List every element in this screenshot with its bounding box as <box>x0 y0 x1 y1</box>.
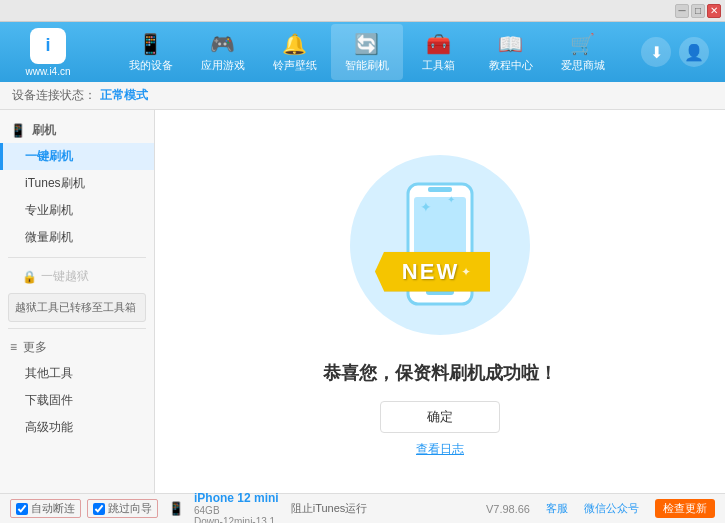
stop-itunes-label: 阻止iTunes运行 <box>291 501 368 516</box>
header: i www.i4.cn 📱 我的设备 🎮 应用游戏 🔔 铃声壁纸 🔄 智能刷机 … <box>0 22 725 82</box>
bottom-right: V7.98.66 客服 微信公众号 检查更新 <box>486 499 715 518</box>
sidebar-disabled-jailbreak: 🔒 一键越狱 <box>0 264 154 289</box>
lock-icon: 🔒 <box>22 270 37 284</box>
status-value: 正常模式 <box>100 87 148 104</box>
sidebar-item-other-tools[interactable]: 其他工具 <box>0 360 154 387</box>
maximize-button[interactable]: □ <box>691 4 705 18</box>
sidebar-more-section: ≡ 更多 <box>0 335 154 360</box>
auto-disconnect-checkbox[interactable] <box>16 503 28 515</box>
sidebar-item-one-key-flash[interactable]: 一键刷机 <box>0 143 154 170</box>
nav-tutorial-label: 教程中心 <box>489 58 533 73</box>
bottom-left: 自动断连 跳过向导 📱 iPhone 12 mini 64GB Down-12m… <box>10 491 486 524</box>
sidebar-section-flash-label: 刷机 <box>32 122 56 139</box>
sidebar-divider-1 <box>8 257 146 258</box>
nav-toolbox[interactable]: 🧰 工具箱 <box>403 24 475 80</box>
new-badge-text: NEW <box>392 259 459 285</box>
tutorial-icon: 📖 <box>498 32 523 56</box>
toolbox-icon: 🧰 <box>426 32 451 56</box>
device-section: iPhone 12 mini 64GB Down-12mini-13,1 <box>194 491 279 524</box>
apps-games-icon: 🎮 <box>210 32 235 56</box>
sidebar-item-pro-flash[interactable]: 专业刷机 <box>0 197 154 224</box>
new-badge: NEW ✦ <box>375 252 490 292</box>
illustration: ✦ ✦ ✦ NEW ✦ <box>340 145 540 345</box>
shop-icon: 🛒 <box>570 32 595 56</box>
success-title: 恭喜您，保资料刷机成功啦！ <box>323 361 557 385</box>
nav-apps-games-label: 应用游戏 <box>201 58 245 73</box>
sidebar-item-micro-flash[interactable]: 微量刷机 <box>0 224 154 251</box>
nav-ringtone[interactable]: 🔔 铃声壁纸 <box>259 24 331 80</box>
nav-ringtone-label: 铃声壁纸 <box>273 58 317 73</box>
logo-area: i www.i4.cn <box>8 28 88 77</box>
update-button[interactable]: 检查更新 <box>655 499 715 518</box>
nav-shop[interactable]: 🛒 爱思商城 <box>547 24 619 80</box>
sidebar-divider-2 <box>8 328 146 329</box>
phone-circle: ✦ ✦ ✦ NEW ✦ <box>350 155 530 335</box>
sidebar-item-advanced[interactable]: 高级功能 <box>0 414 154 441</box>
version-label: V7.98.66 <box>486 503 530 515</box>
nav-toolbox-label: 工具箱 <box>422 58 455 73</box>
nav-smart-shop[interactable]: 🔄 智能刷机 <box>331 24 403 80</box>
svg-rect-3 <box>428 187 452 192</box>
sidebar-item-itunes-flash[interactable]: iTunes刷机 <box>0 170 154 197</box>
goto-daily-link[interactable]: 查看日志 <box>416 441 464 458</box>
auto-disconnect-label: 自动断连 <box>31 501 75 516</box>
nav-bar: 📱 我的设备 🎮 应用游戏 🔔 铃声壁纸 🔄 智能刷机 🧰 工具箱 📖 教程中心… <box>92 24 641 80</box>
nav-apps-games[interactable]: 🎮 应用游戏 <box>187 24 259 80</box>
content-area: ✦ ✦ ✦ NEW ✦ 恭喜您，保资料刷机成功啦！ 确定 查看日志 <box>155 110 725 493</box>
device-phone-icon: 📱 <box>168 501 184 516</box>
minimize-button[interactable]: ─ <box>675 4 689 18</box>
status-label: 设备连接状态： <box>12 87 96 104</box>
main-layout: 📱 刷机 一键刷机 iTunes刷机 专业刷机 微量刷机 🔒 一键越狱 越狱工具… <box>0 110 725 493</box>
sidebar-note-box: 越狱工具已转移至工具箱 <box>8 293 146 322</box>
header-right: ⬇ 👤 <box>641 37 717 67</box>
device-info: Down-12mini-13,1 <box>194 516 279 524</box>
skip-wizard-checkbox-item: 跳过向导 <box>87 499 158 518</box>
flash-section-icon: 📱 <box>10 123 26 138</box>
auto-disconnect-checkbox-item: 自动断连 <box>10 499 81 518</box>
more-icon: ≡ <box>10 340 17 354</box>
sidebar-item-download-firmware[interactable]: 下载固件 <box>0 387 154 414</box>
user-button[interactable]: 👤 <box>679 37 709 67</box>
my-device-icon: 📱 <box>138 32 163 56</box>
sidebar: 📱 刷机 一键刷机 iTunes刷机 专业刷机 微量刷机 🔒 一键越狱 越狱工具… <box>0 110 155 493</box>
sparkle-2-icon: ✦ <box>447 194 455 205</box>
close-button[interactable]: ✕ <box>707 4 721 18</box>
smart-shop-icon: 🔄 <box>354 32 379 56</box>
status-bar: 设备连接状态： 正常模式 <box>0 82 725 110</box>
title-bar: ─ □ ✕ <box>0 0 725 22</box>
skip-wizard-checkbox[interactable] <box>93 503 105 515</box>
nav-shop-label: 爱思商城 <box>561 58 605 73</box>
logo-text: www.i4.cn <box>25 66 70 77</box>
download-icon: ⬇ <box>650 43 663 62</box>
sparkle-1-icon: ✦ <box>420 199 432 215</box>
ringtone-icon: 🔔 <box>282 32 307 56</box>
logo-icon: i <box>30 28 66 64</box>
wechat-link[interactable]: 微信公众号 <box>584 501 639 516</box>
support-link[interactable]: 客服 <box>546 501 568 516</box>
sidebar-section-flash: 📱 刷机 <box>0 118 154 143</box>
download-button[interactable]: ⬇ <box>641 37 671 67</box>
skip-wizard-label: 跳过向导 <box>108 501 152 516</box>
confirm-button[interactable]: 确定 <box>380 401 500 433</box>
user-icon: 👤 <box>684 43 704 62</box>
device-storage: 64GB <box>194 505 279 516</box>
nav-my-device-label: 我的设备 <box>129 58 173 73</box>
nav-smart-shop-label: 智能刷机 <box>345 58 389 73</box>
nav-my-device[interactable]: 📱 我的设备 <box>115 24 187 80</box>
nav-tutorial[interactable]: 📖 教程中心 <box>475 24 547 80</box>
bottom-bar: 自动断连 跳过向导 📱 iPhone 12 mini 64GB Down-12m… <box>0 493 725 523</box>
